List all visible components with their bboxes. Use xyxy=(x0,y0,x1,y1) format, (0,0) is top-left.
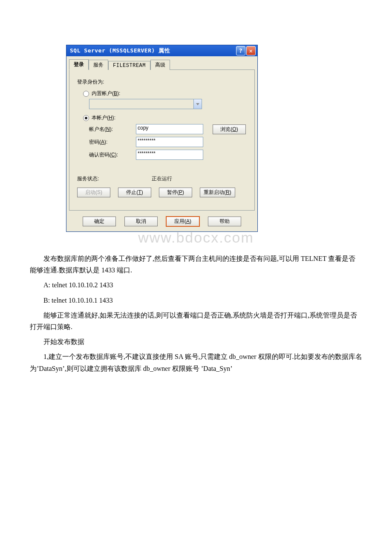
close-icon[interactable]: ✕ xyxy=(246,46,256,55)
article-paragraph: 1,建立一个发布数据库账号,不建议直接使用 SA 账号,只需建立 db_owne… xyxy=(30,351,362,374)
chevron-down-icon[interactable] xyxy=(194,99,202,109)
local-account-label: 本帐户(H): xyxy=(92,114,115,121)
watermark-text: www.bdocx.com xyxy=(30,229,362,246)
article-paragraph: B: telnet 10.10.10.1 1433 xyxy=(30,295,362,306)
builtin-account-label: 内置帐户(B): xyxy=(92,90,120,97)
tab-service[interactable]: 服务 xyxy=(89,60,108,70)
tab-login[interactable]: 登录 xyxy=(69,59,89,70)
article-paragraph: 开始发布数据 xyxy=(30,336,362,347)
start-button: 启动(S) xyxy=(77,188,110,197)
article-paragraph: A: telnet 10.10.10.2 1433 xyxy=(30,279,362,291)
account-name-label: 帐户名(N): xyxy=(89,126,136,133)
article-paragraph: 能够正常连通就好,如果无法连接的话,则可以查看端口是否正确,系统防火墙是否打开端… xyxy=(30,309,362,332)
help-icon[interactable]: ? xyxy=(236,46,245,55)
cancel-button[interactable]: 取消 xyxy=(124,217,158,226)
service-status-value: 正在运行 xyxy=(152,175,172,182)
dialog-title: SQL Server (MSSQLSERVER) 属性 xyxy=(70,47,235,55)
stop-button[interactable]: 停止(T) xyxy=(118,188,151,197)
apply-button[interactable]: 应用(A) xyxy=(166,217,199,226)
builtin-account-combo[interactable] xyxy=(89,99,202,109)
titlebar[interactable]: SQL Server (MSSQLSERVER) 属性 ? ✕ xyxy=(66,45,257,56)
radio-local-account[interactable] xyxy=(83,115,89,121)
password-input[interactable]: ********* xyxy=(136,137,203,147)
password-label: 密码(A): xyxy=(89,139,136,146)
service-status-label: 服务状态: xyxy=(77,175,152,182)
account-name-input[interactable]: copy xyxy=(136,124,203,134)
restart-button[interactable]: 重新启动(R) xyxy=(200,188,235,197)
properties-dialog: SQL Server (MSSQLSERVER) 属性 ? ✕ 登录 服务 FI… xyxy=(66,45,258,232)
ok-button[interactable]: 确定 xyxy=(83,217,116,226)
confirm-password-input[interactable]: ********* xyxy=(136,150,203,160)
tab-filestream[interactable]: FILESTREAM xyxy=(108,61,150,70)
help-button[interactable]: 帮助 xyxy=(208,217,241,226)
login-as-label: 登录身份为: xyxy=(77,78,247,86)
article-paragraph: 发布数据库前的两个准备工作做好了,然后查看下两台主机间的连接是否有问题,可以用 … xyxy=(30,253,362,276)
builtin-account-value xyxy=(89,99,194,109)
tab-strip: 登录 服务 FILESTREAM 高级 xyxy=(69,59,255,70)
pause-button[interactable]: 暂停(P) xyxy=(159,188,192,197)
confirm-password-label: 确认密码(C): xyxy=(89,151,136,159)
browse-button[interactable]: 浏览(O) xyxy=(213,124,246,134)
radio-builtin-account[interactable] xyxy=(83,91,89,97)
tab-advanced[interactable]: 高级 xyxy=(150,60,170,70)
tab-panel-login: 登录身份为: 内置帐户(B): 本帐户(H): xyxy=(69,70,255,211)
